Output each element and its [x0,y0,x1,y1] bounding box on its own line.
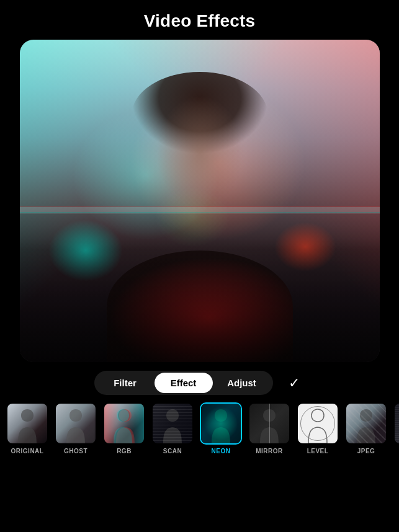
effect-thumb-inner-tv [395,404,399,443]
effect-thumb-inner-ghost [56,404,96,443]
effect-thumb-inner-jpeg [346,404,386,443]
effect-label-jpeg: JPEG [357,448,375,454]
effect-thumb-inner-mirror [249,404,289,443]
effect-item-rgb[interactable]: RGB [102,402,146,454]
effect-label-rgb: RGB [117,448,132,454]
tab-bar: Filter Effect Adjust ✓ [94,371,305,395]
effect-thumb-inner-rgb [104,404,144,443]
effect-label-ghost: GHOST [64,448,87,454]
effect-item-level[interactable]: LEVEL [295,402,340,454]
tab-adjust[interactable]: Adjust [213,373,271,393]
effect-thumb-rgb [103,402,145,445]
video-preview [20,40,380,362]
effect-label-level: LEVEL [307,448,329,454]
confirm-button[interactable]: ✓ [283,372,305,394]
effect-thumb-neon [200,402,242,445]
effect-thumb-mirror [248,402,290,445]
effect-item-scan[interactable]: SCAN [150,402,195,454]
tab-filter[interactable]: Filter [96,373,155,393]
effect-thumb-inner-level [298,404,338,443]
effect-thumb-jpeg [345,402,387,445]
effect-item-tv[interactable]: TV [392,402,399,454]
person-silhouette-scan [157,406,188,443]
effect-thumb-ghost [55,402,97,445]
effects-strip: ORIGINALGHOSTRGBSCANNEONMIRRORLEVELJPEGT… [0,402,399,454]
person-silhouette-ghost [60,406,91,443]
person-silhouette-rgb [109,406,140,443]
effect-label-mirror: MIRROR [256,448,283,454]
person-silhouette-jpeg [351,406,382,443]
effect-thumb-inner-neon [201,404,241,443]
effect-label-neon: NEON [212,448,231,454]
effect-thumb-level [297,402,339,445]
tab-pill-container: Filter Effect Adjust [94,371,273,395]
page-title: Video Effects [144,0,255,40]
effect-thumb-inner-scan [153,404,192,443]
person-silhouette-neon [205,406,236,443]
person-silhouette-mirror [254,406,285,443]
effect-label-scan: SCAN [163,448,182,454]
person-silhouette-original [12,406,43,443]
effect-thumb-original [6,402,48,445]
controls-area: Filter Effect Adjust ✓ ORIGINALGHOSTRGBS… [0,371,399,454]
effect-thumb-tv [393,402,399,445]
person-silhouette-level [302,406,333,443]
effect-item-mirror[interactable]: MIRROR [247,402,292,454]
effect-item-neon[interactable]: NEON [199,402,243,454]
effect-label-original: ORIGINAL [11,448,44,454]
effect-item-ghost[interactable]: GHOST [53,402,98,454]
effect-item-original[interactable]: ORIGINAL [5,402,50,454]
tab-effect[interactable]: Effect [155,373,213,393]
effect-thumb-inner-original [7,404,47,443]
effect-thumb-scan [151,402,194,445]
effect-item-jpeg[interactable]: JPEG [344,402,388,454]
